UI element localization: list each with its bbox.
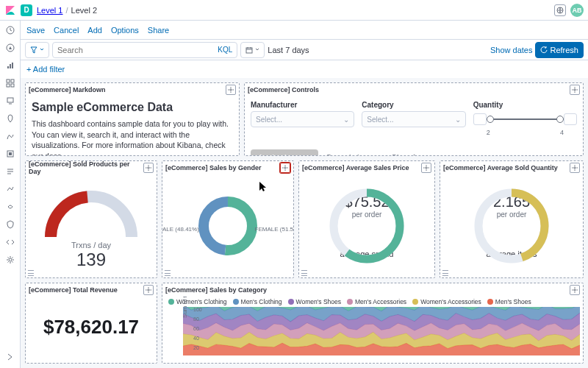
legend-item[interactable]: Men's Shoes — [487, 298, 531, 305]
date-range-text[interactable]: Last 7 days — [268, 46, 309, 54]
panel-markdown[interactable]: [eCommerce] Markdown Sample eCommerce Da… — [25, 82, 240, 156]
topbar: D Level 1 / Level 2 AB — [0, 0, 588, 21]
y-axis-label: Sum of total_quantity — [182, 297, 188, 318]
clear-form-button[interactable]: Clear form — [391, 149, 429, 155]
nav-maps-icon[interactable] — [5, 113, 15, 124]
panel-total-revenue[interactable]: [eCommerce] Total Revenue $78,620.17 — [25, 283, 157, 364]
nav-dashboard-icon[interactable] — [5, 78, 15, 88]
manufacturer-select[interactable]: Select...⌄ — [251, 111, 354, 127]
legend-item[interactable]: Women's Accessories — [412, 298, 481, 305]
share-link[interactable]: Share — [148, 26, 169, 35]
app-badge[interactable]: D — [21, 4, 32, 16]
docs-link[interactable]: docs — [45, 152, 61, 155]
panel-title: [eCommerce] Sales by Gender — [165, 164, 262, 171]
panel-avg-price[interactable]: [eCommerce] Average Sales Price $75.52 p… — [298, 160, 435, 278]
category-select[interactable]: Select...⌄ — [362, 111, 465, 127]
panel-gear-icon[interactable] — [570, 285, 580, 295]
y-tick: 40 — [193, 336, 199, 341]
svg-rect-12 — [9, 152, 12, 155]
y-tick: 60 — [193, 326, 199, 331]
legend-item[interactable]: Women's Shoes — [288, 298, 341, 305]
search-input-wrapper[interactable]: KQL — [52, 42, 237, 58]
panel-title: [eCommerce] Average Sold Quantity — [443, 164, 558, 171]
svg-rect-6 — [7, 79, 10, 82]
svg-point-13 — [9, 258, 12, 261]
panel-sold-products[interactable]: [eCommerce] Sold Products per Day Trxns … — [25, 160, 157, 278]
svg-point-21 — [426, 167, 427, 169]
gauge-label: Trxns / day — [71, 241, 111, 250]
nav-expand-icon[interactable] — [5, 352, 15, 362]
panel-title: [eCommerce] Average Sales Price — [302, 164, 409, 171]
breadcrumb-level-2: Level 2 — [71, 6, 97, 15]
panel-controls[interactable]: [eCommerce] Controls Manufacturer Select… — [244, 82, 584, 156]
nav-siem-icon[interactable] — [5, 219, 15, 230]
slider-handle-max[interactable] — [556, 116, 564, 123]
nav-uptime-icon[interactable] — [5, 202, 15, 212]
save-link[interactable]: Save — [26, 26, 45, 35]
newsfeed-icon[interactable] — [554, 4, 566, 16]
refresh-button[interactable]: Refresh — [535, 42, 584, 58]
kibana-logo-icon[interactable] — [4, 4, 16, 16]
show-dates-link[interactable]: Show dates — [490, 46, 532, 54]
y-tick: 20 — [193, 345, 199, 350]
panel-gear-icon[interactable] — [143, 285, 154, 295]
apply-changes-button[interactable]: Apply changes — [251, 149, 318, 155]
panel-gear-icon[interactable] — [280, 163, 290, 173]
nav-recent-icon[interactable] — [5, 25, 15, 35]
panel-gear-icon[interactable] — [570, 85, 580, 95]
quantity-label: Quantity — [473, 101, 577, 109]
user-avatar[interactable]: AB — [570, 4, 584, 17]
nav-ml-icon[interactable] — [5, 131, 15, 141]
nav-management-icon[interactable] — [5, 255, 15, 265]
search-input[interactable] — [57, 46, 215, 54]
panel-avg-qty[interactable]: [eCommerce] Average Sold Quantity 2.165 … — [440, 160, 584, 278]
kql-badge[interactable]: KQL — [218, 46, 232, 54]
quantity-slider[interactable] — [473, 111, 577, 127]
panel-legend-icon[interactable]: ☰ — [27, 269, 35, 276]
side-nav — [0, 21, 21, 368]
add-link[interactable]: Add — [87, 26, 102, 35]
legend-item[interactable]: Women's Clothing — [168, 298, 227, 305]
svg-rect-8 — [7, 84, 10, 87]
gauge-value: 139 — [76, 250, 106, 270]
legend-item[interactable]: Men's Clothing — [233, 298, 282, 305]
donut-label-male: ALE (48.41%) — [162, 226, 199, 233]
nav-metrics-icon[interactable] — [5, 149, 15, 159]
panel-gear-icon[interactable] — [143, 163, 154, 173]
category-label: Category — [362, 101, 465, 109]
refresh-icon — [540, 46, 548, 54]
date-picker-button[interactable] — [240, 42, 265, 58]
quantity-min-input[interactable] — [473, 113, 487, 125]
panel-sales-gender[interactable]: [eCommerce] Sales by Gender ALE (48.41%)… — [162, 160, 294, 278]
nav-logs-icon[interactable] — [5, 166, 15, 177]
filter-toggle-button[interactable] — [25, 42, 49, 58]
breadcrumb-level-1[interactable]: Level 1 — [37, 6, 62, 15]
cancel-link[interactable]: Cancel — [54, 26, 79, 35]
panel-sales-category[interactable]: [eCommerce] Sales by Category Women's Cl… — [162, 283, 584, 364]
svg-point-16 — [574, 89, 576, 91]
panel-legend-icon[interactable]: ☰ — [442, 269, 449, 276]
svg-rect-3 — [7, 66, 9, 68]
nav-discover-icon[interactable] — [5, 43, 15, 53]
add-filter-link[interactable]: + Add filter — [26, 65, 65, 74]
nav-canvas-icon[interactable] — [5, 96, 15, 106]
nav-apm-icon[interactable] — [5, 184, 15, 194]
panel-title: [eCommerce] Total Revenue — [29, 286, 118, 294]
nav-visualize-icon[interactable] — [5, 60, 15, 71]
options-link[interactable]: Options — [111, 26, 139, 35]
dashboard-canvas: [eCommerce] Markdown Sample eCommerce Da… — [21, 78, 588, 368]
slider-handle-min[interactable] — [487, 116, 494, 123]
panel-legend-icon[interactable]: ☰ — [301, 269, 308, 276]
legend-item[interactable]: Men's Accessories — [347, 298, 406, 305]
nav-devtools-icon[interactable] — [5, 237, 15, 247]
panel-gear-icon[interactable] — [226, 85, 236, 95]
panel-gear-icon[interactable] — [421, 163, 431, 173]
cancel-changes-button[interactable]: Cancel changes — [326, 149, 384, 155]
gauge-chart — [36, 182, 146, 241]
quantity-max-input[interactable] — [564, 113, 577, 125]
calendar-icon — [245, 46, 253, 54]
cursor-icon — [259, 182, 267, 192]
panel-legend-icon[interactable]: ☰ — [164, 269, 171, 276]
panel-gear-icon[interactable] — [570, 163, 580, 173]
chevron-down-icon — [40, 48, 44, 52]
